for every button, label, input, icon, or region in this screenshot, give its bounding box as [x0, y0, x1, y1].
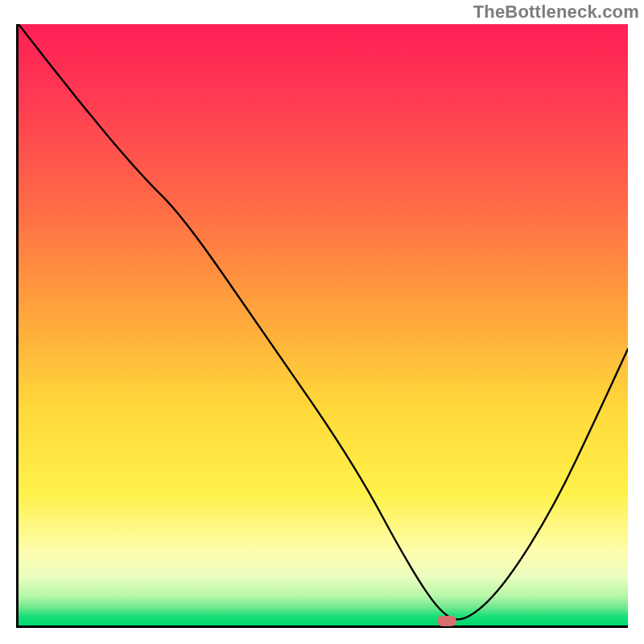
- watermark-text: TheBottleneck.com: [473, 2, 639, 23]
- bottleneck-curve: [19, 24, 628, 625]
- plot-area: [16, 24, 628, 628]
- optimum-marker: [437, 616, 456, 626]
- chart-container: TheBottleneck.com: [0, 0, 644, 644]
